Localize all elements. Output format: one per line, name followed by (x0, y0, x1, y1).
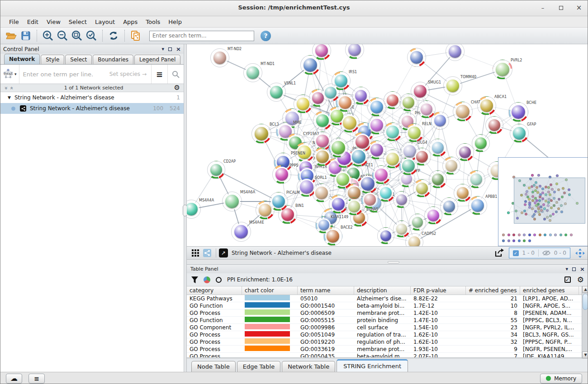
filter-icon[interactable] (191, 276, 198, 283)
menu-file[interactable]: File (5, 17, 23, 27)
enrichment-settings-icon[interactable]: ⚙ (577, 276, 584, 284)
menu-view[interactable]: View (43, 17, 65, 27)
network-node[interactable] (424, 206, 442, 225)
panel-close-icon[interactable]: × (580, 266, 585, 272)
column-header-description[interactable]: description (354, 286, 411, 295)
tab-legend-panel[interactable]: Legend Panel (134, 55, 180, 64)
network-node[interactable] (383, 122, 402, 141)
network-node[interactable]: VSNL1 (267, 83, 286, 102)
menu-edit[interactable]: Edit (23, 17, 43, 27)
refresh-button[interactable] (106, 29, 121, 42)
menu-help[interactable]: Help (164, 17, 186, 27)
column-header-term-name[interactable]: term name (298, 286, 354, 295)
network-node[interactable]: BCL3 (251, 124, 271, 144)
network-node[interactable] (377, 184, 395, 202)
network-node[interactable]: CHAT (453, 102, 473, 122)
scroll-up-button[interactable]: ▲ (582, 286, 588, 293)
expand-all-icon[interactable]: « (9, 86, 14, 89)
close-button[interactable]: × (575, 4, 583, 12)
network-node[interactable] (313, 111, 332, 130)
species-hint[interactable]: Set species → (109, 71, 147, 77)
menu-apps[interactable]: Apps (119, 17, 142, 27)
network-node[interactable]: MT-ND2 (210, 48, 229, 67)
cloud-tasks-button[interactable]: ☁ (6, 374, 22, 384)
network-from-clipboard-button[interactable] (128, 29, 143, 42)
network-node[interactable]: MS4A4E (231, 222, 251, 242)
memory-button[interactable]: Memory (540, 374, 582, 384)
ring-chart-icon[interactable] (216, 277, 222, 283)
network-node[interactable]: MS4A4A (187, 200, 201, 219)
network-node[interactable] (384, 91, 402, 109)
network-node[interactable] (361, 191, 379, 209)
panel-close-icon[interactable]: × (176, 46, 181, 52)
network-node[interactable]: ADAMTS2 (446, 44, 465, 61)
network-node[interactable]: GFAP (510, 124, 529, 143)
task-history-button[interactable]: ≡ (28, 374, 45, 384)
network-node[interactable] (429, 139, 447, 157)
table-scrollbar[interactable]: ▲ ▼ (582, 286, 588, 358)
overview-viewport[interactable] (514, 178, 585, 224)
menu-tools[interactable]: Tools (142, 17, 164, 27)
hidden-eye-icon[interactable] (542, 250, 550, 256)
collapse-all-icon[interactable]: « (3, 86, 9, 89)
network-node[interactable]: RELN (405, 123, 424, 142)
zoom-selected-button[interactable] (84, 29, 99, 42)
network-node[interactable] (409, 214, 426, 231)
network-node[interactable] (456, 143, 474, 161)
network-node[interactable] (345, 197, 363, 215)
network-node[interactable]: CD2AP (207, 161, 225, 179)
network-node[interactable] (313, 147, 332, 166)
panel-menu-icon[interactable]: ▾ (162, 47, 165, 52)
string-options-button[interactable]: ≡ (151, 65, 167, 84)
table-row[interactable]: GO FunctionGO:0005515protein binding1.47… (187, 317, 588, 324)
menu-select[interactable]: Select (65, 17, 91, 27)
network-node[interactable] (440, 197, 458, 215)
table-row[interactable]: GO ComponentGO:0009986cell surface1.54E-… (187, 324, 588, 331)
menu-layout[interactable]: Layout (91, 17, 119, 27)
network-node[interactable] (372, 165, 391, 184)
zoom-in-button[interactable] (41, 29, 55, 42)
export-network-button[interactable] (493, 248, 505, 258)
network-view[interactable]: MT-ND2MT-ND1VSNL1GAB2IRS1ADAMTS2PVRL2SMU… (187, 44, 588, 246)
network-node[interactable] (340, 113, 360, 133)
splitter-handle[interactable] (388, 261, 399, 263)
network-node[interactable] (393, 220, 410, 238)
panel-float-icon[interactable] (168, 47, 172, 51)
tab-network[interactable]: Network (4, 54, 40, 64)
zoom-out-button[interactable] (55, 29, 70, 42)
network-node[interactable]: KIAA1149 (315, 216, 332, 234)
column-header-category[interactable]: category (187, 286, 242, 295)
network-node[interactable] (333, 170, 352, 189)
horizontal-splitter[interactable] (187, 260, 588, 264)
network-node[interactable] (407, 48, 426, 67)
network-node[interactable] (349, 147, 369, 167)
network-node[interactable]: BCHE (508, 102, 528, 122)
zoom-fit-button[interactable] (70, 29, 84, 42)
search-input[interactable] (149, 31, 254, 41)
tree-expand-icon[interactable]: ▼ (8, 95, 11, 100)
network-node[interactable]: PICALM (269, 192, 288, 211)
network-collection-row[interactable]: ▼ String Network - Alzheimer's disease 1 (0, 92, 184, 103)
network-node[interactable] (413, 148, 431, 166)
column-header-chart-color[interactable]: chart color (242, 286, 298, 295)
open-in-window-button[interactable]: ↗ (219, 248, 228, 258)
column-header-fdr-p-value[interactable]: FDR p-value (411, 286, 466, 295)
minimize-button[interactable]: – (539, 4, 547, 12)
pan-tool-button[interactable] (574, 248, 586, 258)
tab-network-table[interactable]: Network Table (282, 361, 335, 372)
pie-chart-icon[interactable] (204, 276, 210, 283)
scrollbar-thumb[interactable] (583, 294, 588, 310)
table-row[interactable]: GO ProcessGO:0051049regulation of tra...… (187, 331, 588, 338)
network-share-button[interactable] (201, 248, 213, 258)
table-row[interactable]: GO ProcessGO:0019220regulation of ph...1… (187, 338, 588, 346)
open-session-button[interactable] (4, 29, 19, 42)
string-query-input[interactable] (19, 65, 109, 84)
network-node[interactable] (413, 179, 431, 197)
tab-style[interactable]: Style (41, 55, 64, 64)
tab-node-table[interactable]: Node Table (191, 361, 236, 372)
tab-select[interactable]: Select (65, 55, 92, 64)
network-node[interactable]: PVRL2 (493, 60, 512, 80)
network-node[interactable] (345, 44, 364, 59)
birdseye-overview[interactable] (498, 157, 588, 246)
string-protein-query-selector[interactable]: STRING ▾ (0, 65, 19, 84)
